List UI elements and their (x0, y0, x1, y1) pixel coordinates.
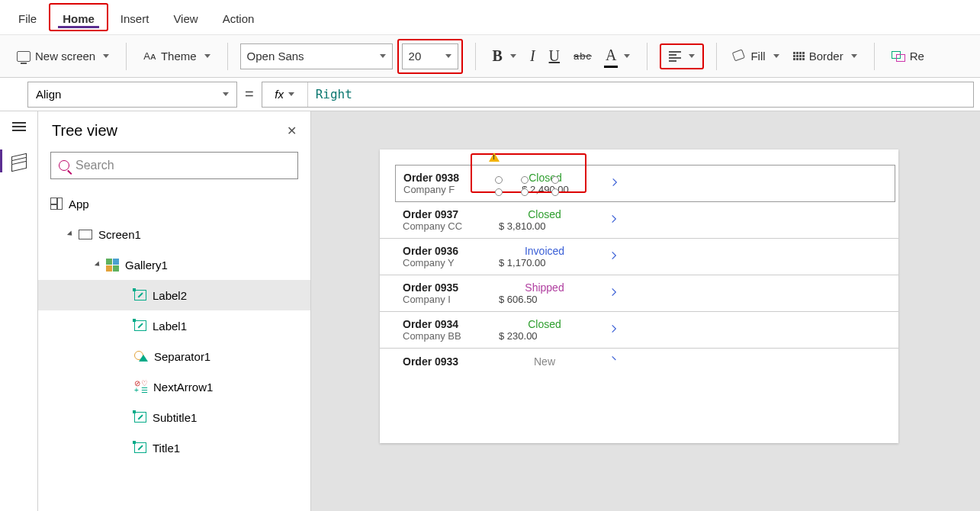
italic-button[interactable]: I (525, 44, 540, 68)
hamburger-icon[interactable] (12, 122, 26, 131)
new-screen-button[interactable]: New screen (12, 47, 114, 66)
main-area: Tree view Search App Screen1 Gallery1 La… (0, 111, 980, 511)
menu-insert[interactable]: Insert (108, 5, 162, 30)
reorder-label: Re (910, 50, 924, 63)
font-size-value: 20 (409, 50, 422, 63)
tree-node-subtitle1[interactable]: Subtitle1 (38, 402, 310, 432)
font-value: Open Sans (247, 50, 304, 63)
menu-bar: File Home Insert View Action (0, 0, 980, 35)
list-item[interactable]: Order 0938 Company F Closed $ 2,490.00 (395, 165, 895, 202)
tree-node-title1[interactable]: Title1 (38, 432, 310, 463)
next-arrow[interactable] (609, 287, 619, 300)
menu-file[interactable]: File (6, 5, 49, 30)
app-screen[interactable]: Order 0938 Company F Closed $ 2,490.00 (380, 149, 898, 443)
company: Company I (403, 294, 494, 305)
next-arrow[interactable] (609, 177, 620, 191)
chevron-down-icon (773, 54, 779, 58)
reorder-icon (892, 51, 905, 62)
search-icon (59, 160, 69, 171)
status: New (499, 355, 590, 368)
status: Invoiced (499, 245, 590, 257)
next-arrow[interactable] (609, 214, 619, 227)
search-placeholder: Search (76, 159, 114, 172)
next-arrow[interactable] (609, 355, 619, 368)
formula-input[interactable]: Right (308, 87, 360, 101)
menu-home[interactable]: Home (49, 3, 108, 31)
chevron-down-icon (380, 54, 386, 58)
layers-icon (11, 155, 27, 167)
border-button[interactable]: Border (789, 47, 862, 66)
tree-node-separator1[interactable]: Separator1 (38, 341, 310, 371)
price: $ 3,810.00 (499, 220, 590, 232)
status: Closed (499, 208, 590, 220)
reorder-button[interactable]: Re (887, 47, 929, 66)
border-icon (793, 52, 805, 60)
chevron-down-icon (288, 92, 294, 96)
close-icon[interactable] (287, 124, 297, 138)
status: Closed (499, 318, 590, 330)
design-canvas[interactable]: Order 0938 Company F Closed $ 2,490.00 (311, 111, 980, 511)
font-size-select[interactable]: 20 (402, 43, 458, 69)
underline-button[interactable]: U (545, 44, 564, 68)
underline-icon: U (549, 47, 560, 65)
font-color-button[interactable]: A (601, 43, 635, 69)
equals-sign: = (245, 85, 254, 103)
next-arrow[interactable] (609, 250, 619, 264)
fill-icon (732, 48, 748, 64)
menu-view[interactable]: View (161, 5, 210, 30)
label-icon (134, 320, 146, 331)
font-select[interactable]: Open Sans (240, 43, 393, 69)
chevron-down-icon (851, 54, 857, 58)
property-select[interactable]: Align (27, 82, 237, 108)
fx-button[interactable]: fx (262, 82, 308, 107)
tree-node-label1[interactable]: Label1 (38, 310, 310, 341)
company: Company BB (403, 330, 494, 342)
list-item[interactable]: Order 0936Company Y Invoiced$ 1,170.00 (380, 239, 898, 275)
list-item[interactable]: Order 0934Company BB Closed$ 230.00 (380, 312, 898, 349)
price: $ 606.50 (499, 294, 590, 305)
status: Shipped (499, 281, 590, 294)
label-icon (134, 290, 146, 300)
border-label: Border (809, 50, 843, 63)
expand-icon[interactable] (67, 230, 74, 237)
screen-icon (79, 230, 92, 239)
fill-button[interactable]: Fill (729, 47, 783, 66)
tree-title: Tree view (52, 122, 117, 140)
chevron-down-icon (445, 54, 451, 58)
theme-button[interactable]: Aᴀ Theme (139, 47, 214, 66)
app-icon (50, 198, 63, 210)
tree-node-screen1[interactable]: Screen1 (38, 219, 310, 249)
tree-view-tab[interactable] (0, 149, 27, 172)
tree-node-nextarrow1[interactable]: ⊘♡+☰NextArrow1 (38, 371, 310, 402)
menu-action[interactable]: Action (210, 5, 267, 30)
align-highlight (660, 43, 704, 69)
align-button[interactable] (664, 48, 699, 65)
fill-label: Fill (750, 50, 765, 63)
gallery-icon (106, 259, 119, 272)
bold-icon: B (493, 47, 503, 65)
tree-node-label2[interactable]: Label2 (38, 280, 310, 310)
formula-input-wrap: fx Right (262, 82, 974, 108)
bold-button[interactable]: B (488, 44, 521, 68)
font-color-icon: A (606, 47, 616, 66)
list-item[interactable]: Order 0935Company I Shipped$ 606.50 (380, 275, 898, 312)
list-item[interactable]: Order 0933 New (380, 349, 898, 374)
tree-panel: Tree view Search App Screen1 Gallery1 La… (38, 111, 311, 511)
tree-node-app[interactable]: App (38, 188, 310, 219)
order-id: Order 0934 (403, 318, 494, 330)
search-input[interactable]: Search (50, 152, 298, 179)
next-arrow[interactable] (609, 323, 619, 337)
expand-icon[interactable] (95, 261, 101, 268)
theme-icon: Aᴀ (143, 50, 156, 62)
tree-node-gallery1[interactable]: Gallery1 (38, 249, 310, 280)
chevron-down-icon (624, 54, 630, 58)
selection-box (471, 153, 586, 193)
list-item[interactable]: Order 0937Company CC Closed$ 3,810.00 (380, 202, 898, 239)
price: $ 1,170.00 (499, 257, 590, 268)
company: Company CC (403, 220, 494, 232)
theme-label: Theme (161, 50, 197, 63)
warning-icon (489, 153, 500, 162)
order-id: Order 0936 (403, 245, 494, 257)
strike-button[interactable]: abc (569, 47, 596, 65)
align-icon (669, 51, 681, 62)
